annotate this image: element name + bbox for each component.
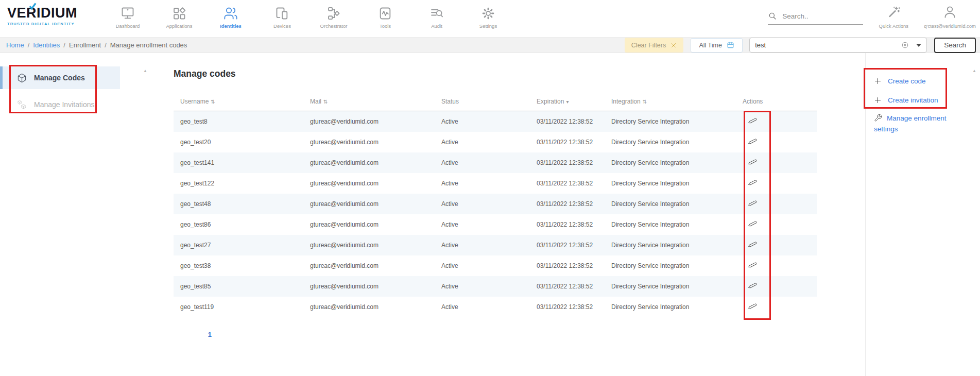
top-navigation-bar: VERIDIUM TRUSTED DIGITAL IDENTITY Dashbo… <box>0 0 980 37</box>
cell-username: geo_test38 <box>174 255 303 276</box>
create-code-button[interactable]: Create code <box>874 74 980 88</box>
cell-mail: gtureac@veridiumid.com <box>303 214 435 235</box>
magic-wand-icon <box>887 5 901 19</box>
cell-expiration: 03/11/2022 12:38:52 <box>530 276 605 297</box>
nav-item-identities[interactable]: Identities <box>205 0 256 37</box>
user-icon <box>943 5 957 19</box>
breadcrumb-identities[interactable]: Identities <box>33 41 60 49</box>
edit-code-button[interactable] <box>748 240 758 251</box>
edit-code-button[interactable] <box>748 260 758 271</box>
cell-status: Active <box>435 276 530 297</box>
settings-gear-icon <box>462 5 514 22</box>
left-sidebar: Manage Codes Manage Invitations ▲ <box>0 53 150 376</box>
sort-desc-icon[interactable]: ▾ <box>566 99 569 105</box>
pencil-icon <box>748 219 758 229</box>
edit-code-button[interactable] <box>748 281 758 292</box>
search-options-dropdown-icon[interactable] <box>916 44 921 47</box>
search-button[interactable]: Search <box>934 38 976 53</box>
cell-expiration: 03/11/2022 12:38:52 <box>530 214 605 235</box>
sort-icon[interactable]: ⇅ <box>211 99 215 105</box>
cell-integration: Directory Service Integration <box>605 132 736 152</box>
cell-status: Active <box>435 235 530 255</box>
nav-item-dashboard[interactable]: Dashboard <box>102 0 153 37</box>
logo-check-icon <box>28 2 37 10</box>
pencil-icon <box>748 260 758 270</box>
table-search-input[interactable] <box>755 41 901 49</box>
cell-username: geo_test48 <box>174 194 303 214</box>
column-header-expiration[interactable]: Expiration▾ <box>530 93 605 111</box>
wrench-icon <box>874 114 882 122</box>
column-header-integration[interactable]: Integration⇅ <box>605 93 736 111</box>
dashboard-icon <box>102 5 153 22</box>
cell-integration: Directory Service Integration <box>605 173 736 194</box>
filter-toolbar: Clear Filters All Time Search <box>625 38 976 53</box>
page-number-1[interactable]: 1 <box>208 331 980 376</box>
cell-status: Active <box>435 173 530 194</box>
create-invitation-button[interactable]: Create invitation <box>874 93 980 107</box>
cell-integration: Directory Service Integration <box>605 297 736 317</box>
edit-code-button[interactable] <box>748 178 758 189</box>
cell-expiration: 03/11/2022 12:38:52 <box>530 297 605 317</box>
quick-actions-button[interactable]: Quick Actions <box>876 0 910 29</box>
cell-status: Active <box>435 194 530 214</box>
edit-code-button[interactable] <box>748 116 758 127</box>
pencil-icon <box>748 198 758 208</box>
cell-username: geo_test8 <box>174 111 303 132</box>
cell-integration: Directory Service Integration <box>605 276 736 297</box>
manage-enrollment-settings-link[interactable]: Manage enrollment settings <box>874 113 967 135</box>
sidebar-item-manage-invitations[interactable]: Manage Invitations <box>0 93 150 116</box>
breadcrumb-home[interactable]: Home <box>6 41 24 49</box>
sort-icon[interactable]: ⇅ <box>643 99 647 105</box>
edit-code-button[interactable] <box>748 157 758 168</box>
edit-code-button[interactable] <box>748 136 758 148</box>
close-icon <box>670 42 677 48</box>
cell-expiration: 03/11/2022 12:38:52 <box>530 194 605 214</box>
table-search-box <box>749 38 927 53</box>
table-row: geo_test48 gtureac@veridiumid.com Active… <box>174 194 817 214</box>
column-header-username[interactable]: Username⇅ <box>174 93 303 111</box>
edit-code-button[interactable] <box>748 219 758 230</box>
sort-icon[interactable]: ⇅ <box>323 99 328 105</box>
page-title: Manage codes <box>174 69 865 79</box>
logo-tagline: TRUSTED DIGITAL IDENTITY <box>7 22 88 26</box>
cell-username: geo_test122 <box>174 173 303 194</box>
cell-status: Active <box>435 152 530 173</box>
nav-item-settings[interactable]: Settings <box>462 0 514 37</box>
nav-item-tools[interactable]: Tools <box>359 0 411 37</box>
column-header-mail[interactable]: Mail⇅ <box>303 93 435 111</box>
calendar-icon <box>727 41 734 49</box>
nav-item-audit[interactable]: Audit <box>411 0 462 37</box>
nav-item-devices[interactable]: Devices <box>256 0 308 37</box>
rightpanel-scrollbar-up-icon[interactable]: ▲ <box>972 69 976 73</box>
edit-code-button[interactable] <box>748 301 758 313</box>
clear-filters-button[interactable]: Clear Filters <box>625 38 683 53</box>
cell-integration: Directory Service Integration <box>605 235 736 255</box>
cell-mail: gtureac@veridiumid.com <box>303 152 435 173</box>
right-action-panel: Create code Create invitation Manage enr… <box>865 53 980 376</box>
identities-icon <box>205 5 256 22</box>
nav-item-orchestrator[interactable]: Orchestrator <box>308 0 359 37</box>
table-row: geo_test20 gtureac@veridiumid.com Active… <box>174 132 817 152</box>
cell-username: geo_test141 <box>174 152 303 173</box>
clear-input-icon[interactable] <box>901 41 909 49</box>
table-footer: 150 total 1 2 3 4 5 <box>174 331 817 376</box>
cell-status: Active <box>435 132 530 152</box>
sidebar-item-manage-codes[interactable]: Manage Codes <box>0 66 120 89</box>
global-search-input[interactable] <box>782 12 854 20</box>
time-range-filter-button[interactable]: All Time <box>691 38 743 53</box>
cube-icon <box>17 73 27 83</box>
orchestrator-icon <box>308 5 359 22</box>
cell-mail: gtureac@veridiumid.com <box>303 255 435 276</box>
edit-code-button[interactable] <box>748 198 758 210</box>
user-menu[interactable]: q'ctest@veridiumid.com <box>924 0 976 29</box>
breadcrumb-bar: Home / Identities / Enrollment / Manage … <box>0 37 980 53</box>
enrollment-codes-table: Username⇅ Mail⇅ Status Expiration▾ Integ… <box>174 93 817 317</box>
pencil-icon <box>748 240 758 249</box>
sidebar-scrollbar-up-icon[interactable]: ▲ <box>143 69 147 73</box>
devices-icon <box>256 5 308 22</box>
pencil-icon <box>748 301 758 311</box>
cell-mail: gtureac@veridiumid.com <box>303 297 435 317</box>
nav-item-applications[interactable]: Applications <box>153 0 205 37</box>
cell-status: Active <box>435 111 530 132</box>
cell-integration: Directory Service Integration <box>605 194 736 214</box>
